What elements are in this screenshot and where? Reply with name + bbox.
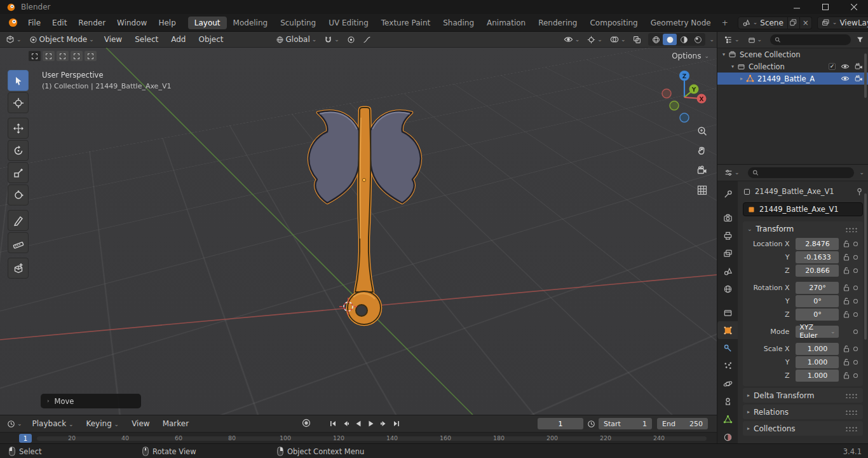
next-keyframe-button[interactable]: [377, 418, 390, 429]
tool-scale[interactable]: [8, 162, 29, 183]
menu-timeline-view[interactable]: View: [126, 418, 155, 429]
collections-panel-header[interactable]: ▸ Collections: [743, 421, 863, 436]
scale-y-field[interactable]: 1.000: [796, 356, 839, 368]
animate-dot[interactable]: [853, 373, 858, 378]
lock-icon[interactable]: [841, 371, 851, 379]
select-mode-new-button[interactable]: [29, 51, 41, 61]
overlays-dropdown[interactable]: ⌄: [607, 34, 629, 45]
auto-keying-toggle[interactable]: [301, 418, 311, 428]
editor-type-button[interactable]: ⌄: [3, 34, 25, 45]
panel-grip[interactable]: [844, 392, 858, 398]
select-mode-invert-button[interactable]: [71, 51, 83, 61]
axis-minus-x[interactable]: [662, 89, 671, 98]
workspace-tab-animation[interactable]: Animation: [480, 17, 532, 29]
workspace-tab-shading[interactable]: Shading: [437, 17, 480, 29]
jump-to-start-button[interactable]: [327, 418, 339, 429]
workspace-tab-compositing[interactable]: Compositing: [583, 17, 644, 29]
menu-select[interactable]: Select: [129, 34, 164, 45]
outliner-scrollbar[interactable]: [864, 53, 867, 98]
snap-toggle-button[interactable]: ⌄: [321, 34, 342, 45]
tab-view-layer[interactable]: [717, 244, 738, 262]
workspace-tab-texture-paint[interactable]: Texture Paint: [375, 17, 437, 29]
camera-view-button[interactable]: [696, 165, 708, 176]
properties-filter-dropdown[interactable]: ⌄: [859, 170, 864, 176]
scale-x-field[interactable]: 1.000: [796, 343, 839, 355]
menu-edit[interactable]: Edit: [46, 17, 72, 29]
mode-dropdown[interactable]: Object Mode ⌄: [26, 34, 97, 45]
collection-checkbox[interactable]: ✓: [829, 63, 836, 70]
location-z-field[interactable]: 20.866: [796, 265, 839, 277]
animate-dot[interactable]: [853, 268, 858, 273]
object-name-field[interactable]: 21449_Battle_Axe_V1: [743, 202, 863, 216]
viewport-3d[interactable]: Options ⌄ User Perspective (1) Collectio…: [0, 48, 717, 415]
panel-grip[interactable]: [844, 409, 858, 415]
outliner-row-collection[interactable]: ▾ Collection ✓: [717, 60, 868, 73]
animate-dot[interactable]: [853, 255, 858, 260]
panel-grip[interactable]: [844, 426, 858, 431]
animate-dot[interactable]: [853, 286, 858, 290]
select-mode-intersect-button[interactable]: [85, 51, 97, 61]
viewlayer-selector[interactable]: ⌄ ViewLayer: [817, 17, 868, 29]
close-button[interactable]: [839, 0, 868, 14]
lock-icon[interactable]: [841, 297, 851, 305]
menu-object[interactable]: Object: [193, 34, 229, 45]
axis-minus-z[interactable]: [680, 113, 689, 122]
current-frame-marker[interactable]: 1: [19, 434, 32, 443]
menu-window[interactable]: Window: [111, 17, 153, 29]
menu-add[interactable]: Add: [165, 34, 191, 45]
rotation-y-field[interactable]: 0°: [796, 295, 839, 307]
workspace-tab-uv-editing[interactable]: UV Editing: [322, 17, 375, 29]
minimize-button[interactable]: [782, 0, 811, 14]
menu-marker[interactable]: Marker: [157, 418, 194, 429]
tab-object-data[interactable]: [717, 410, 738, 428]
tab-render[interactable]: [717, 209, 738, 226]
tool-rotate[interactable]: [8, 140, 29, 161]
delta-transform-panel-header[interactable]: ▸ Delta Transform: [743, 388, 863, 403]
shading-wireframe-button[interactable]: [649, 34, 663, 45]
animate-dot[interactable]: [853, 347, 858, 351]
workspace-tab-sculpting[interactable]: Sculpting: [274, 17, 322, 29]
tool-transform[interactable]: [8, 184, 29, 205]
properties-search[interactable]: [748, 167, 855, 178]
tool-cursor[interactable]: [8, 92, 29, 113]
tab-scene[interactable]: [717, 262, 738, 280]
workspace-tab-modeling[interactable]: Modeling: [227, 17, 275, 29]
outliner-display-mode-button[interactable]: ⌄: [745, 35, 766, 45]
options-dropdown[interactable]: Options ⌄: [672, 52, 709, 60]
shading-material-button[interactable]: [677, 34, 691, 45]
tab-tool[interactable]: [717, 185, 738, 203]
tool-annotate[interactable]: [8, 210, 29, 231]
menu-playback[interactable]: Playback ⌄: [27, 418, 79, 429]
menu-help[interactable]: Help: [153, 17, 181, 29]
properties-search-input[interactable]: [761, 169, 850, 177]
rotation-mode-dropdown[interactable]: XYZ Euler ⌄: [796, 326, 839, 338]
lock-icon[interactable]: [841, 284, 851, 291]
animate-dot[interactable]: [853, 330, 858, 334]
jump-to-end-button[interactable]: [390, 418, 403, 429]
axis-plus-y[interactable]: Y: [689, 85, 699, 94]
unlink-scene-button[interactable]: ×: [800, 17, 812, 29]
start-frame-field[interactable]: Start 1: [599, 418, 652, 429]
select-mode-extend-button[interactable]: [43, 51, 55, 61]
lock-icon[interactable]: [841, 267, 851, 274]
gizmos-dropdown[interactable]: ⌄: [584, 34, 606, 45]
tool-measure[interactable]: [8, 232, 29, 253]
scene-selector[interactable]: ⌄ Scene: [738, 17, 788, 29]
operator-panel[interactable]: › Move: [41, 394, 141, 408]
lock-icon[interactable]: [841, 358, 851, 366]
scale-z-field[interactable]: 1.000: [796, 370, 839, 382]
workspace-tab-rendering[interactable]: Rendering: [532, 17, 583, 29]
hide-eye-icon[interactable]: [841, 75, 850, 82]
visibility-dropdown[interactable]: ⌄: [560, 34, 583, 45]
ortho-toggle-button[interactable]: [696, 184, 708, 196]
maximize-button[interactable]: [811, 0, 839, 14]
tool-move[interactable]: [8, 118, 29, 139]
tab-object[interactable]: [717, 321, 738, 339]
outliner-search[interactable]: [770, 34, 851, 45]
play-button[interactable]: [365, 418, 377, 429]
tab-constraints[interactable]: [717, 392, 738, 410]
current-frame-field[interactable]: 1: [538, 418, 583, 429]
lock-icon[interactable]: [841, 253, 851, 261]
panel-grip[interactable]: [844, 226, 858, 232]
animate-dot[interactable]: [853, 312, 858, 317]
